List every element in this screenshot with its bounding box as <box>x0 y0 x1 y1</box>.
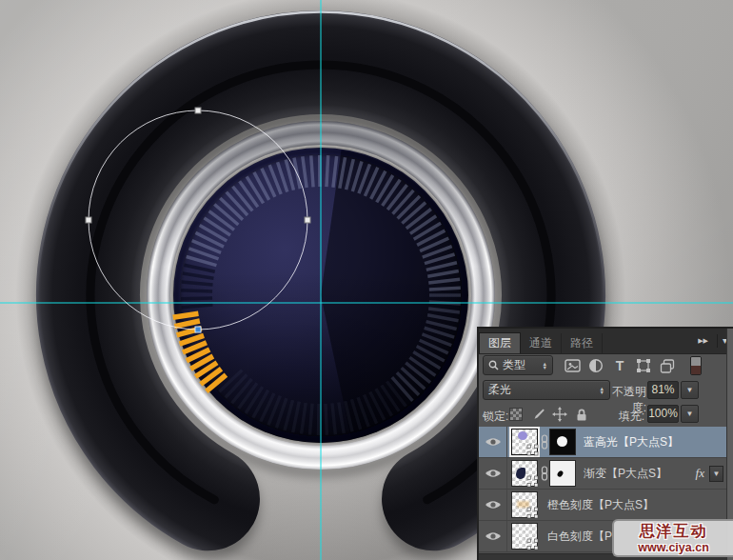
layer-mask-thumbnail[interactable] <box>549 429 576 455</box>
layer-thumbnail[interactable] <box>511 491 538 518</box>
mask-link-icon[interactable] <box>541 434 548 450</box>
vector-bounds-badge-icon <box>526 507 539 519</box>
thumbnail-dark-blob <box>516 468 525 479</box>
lock-label: 锁定: <box>483 409 508 425</box>
lock-pixels-brush-icon[interactable] <box>530 406 545 423</box>
collapse-effects-caret[interactable]: ▼ <box>709 466 723 482</box>
vector-bounds-badge-icon <box>526 538 539 550</box>
dropdown-arrows-icon: ▲▼ <box>543 362 547 370</box>
thumbnail-blue-blob <box>518 431 527 440</box>
filter-adjustment-layers-icon[interactable] <box>586 356 605 375</box>
lock-position-move-icon[interactable] <box>552 406 567 423</box>
tab-layers[interactable]: 图层 <box>479 332 521 353</box>
photoshop-document-view: 图层通道路径 ▶▶ ▾ 类型 ▲▼ T 柔光 <box>0 0 733 560</box>
panel-tab-bar: 图层通道路径 ▶▶ ▾ <box>479 329 733 354</box>
fill-value[interactable]: 100% <box>647 405 679 423</box>
filter-pixel-layers-icon[interactable] <box>563 356 582 375</box>
layer-thumbnail[interactable] <box>511 523 538 550</box>
filter-type-layers-icon[interactable]: T <box>610 356 629 375</box>
fill-label: 填充: <box>612 409 644 425</box>
tab-channels[interactable]: 通道 <box>521 333 562 353</box>
mask-black-dot <box>556 470 564 478</box>
filter-kind-label: 类型 <box>503 357 525 373</box>
mask-white-circle <box>557 436 567 447</box>
filter-toggle-switch[interactable] <box>690 356 702 375</box>
visibility-toggle[interactable] <box>479 490 507 520</box>
layer-name[interactable]: 白色刻度【P <box>547 529 612 545</box>
eye-icon <box>485 468 502 479</box>
path-anchor-active[interactable] <box>195 327 201 332</box>
layer-row-orange-ticks[interactable]: 橙色刻度【P大点S】 <box>479 490 733 521</box>
visibility-toggle[interactable] <box>479 427 507 457</box>
layer-row-blue-highlight[interactable]: 蓝高光【P大点S】 <box>479 427 733 458</box>
opacity-value[interactable]: 81% <box>647 381 679 399</box>
eye-icon <box>485 530 502 542</box>
layer-thumbnail[interactable] <box>511 460 538 487</box>
visibility-toggle[interactable] <box>479 521 507 551</box>
opacity-caret-button[interactable]: ▼ <box>681 381 699 399</box>
visibility-toggle[interactable] <box>479 458 507 489</box>
lock-all-padlock-icon[interactable] <box>574 406 589 423</box>
eye-icon <box>485 499 502 510</box>
collapse-panel-icon[interactable]: ▶▶ <box>698 337 708 345</box>
layer-name[interactable]: 渐变【P大点S】 <box>584 466 667 482</box>
layer-effects-fx-label[interactable]: fx <box>696 466 704 481</box>
search-icon <box>488 360 499 370</box>
filter-smart-objects-icon[interactable] <box>658 356 677 375</box>
layer-mask-thumbnail[interactable] <box>549 460 576 487</box>
filter-kind-dropdown[interactable]: 类型 ▲▼ <box>483 355 553 375</box>
blend-mode-dropdown[interactable]: 柔光 ▲▼ <box>483 380 610 400</box>
blend-mode-value: 柔光 <box>488 382 511 398</box>
path-anchor-0[interactable] <box>195 108 201 113</box>
watermark-title: 思洋互动 <box>614 522 733 542</box>
filter-shape-layers-icon[interactable] <box>634 356 653 375</box>
layer-name[interactable]: 橙色刻度【P大点S】 <box>547 497 654 513</box>
layer-thumbnail[interactable] <box>511 429 538 455</box>
mask-link-icon[interactable] <box>541 466 548 481</box>
tab-paths[interactable]: 路径 <box>562 333 603 353</box>
vector-bounds-badge-icon <box>526 444 539 456</box>
path-anchor-2[interactable] <box>305 217 310 223</box>
vector-bounds-badge-icon <box>526 475 539 488</box>
layer-row-gradient[interactable]: 渐变【P大点S】 fx ▼ <box>479 458 733 490</box>
lock-transparency-icon[interactable] <box>508 406 524 423</box>
watermark-url: www.ciya.cn <box>614 541 733 554</box>
watermark: 思洋互动 www.ciya.cn <box>612 519 733 557</box>
fill-caret-button[interactable]: ▼ <box>681 405 699 423</box>
eye-icon <box>485 436 502 448</box>
path-anchor-1[interactable] <box>86 217 91 223</box>
layer-name[interactable]: 蓝高光【P大点S】 <box>584 434 679 450</box>
